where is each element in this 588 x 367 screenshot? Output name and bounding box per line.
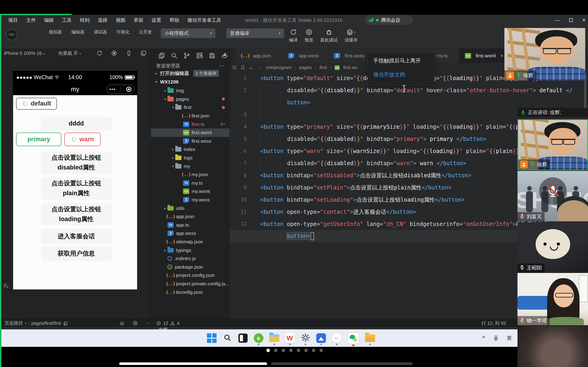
breadcrumb-item-0[interactable]: miniprogram	[266, 65, 292, 70]
menu-item-6[interactable]: 视图	[116, 17, 125, 23]
debug-icon[interactable]	[120, 319, 124, 327]
tree-item-my.wxss[interactable]: 3my.wxss	[151, 196, 229, 204]
outline-menu-icon[interactable]	[232, 65, 237, 70]
tree-item-my.ts[interactable]: TSmy.ts	[151, 179, 229, 187]
tree-item-first.json[interactable]: {..}first.json	[151, 112, 229, 120]
tree-item-first.wxml[interactable]: <>first.wxml	[151, 128, 229, 137]
capsule-menu[interactable]: •••	[106, 84, 134, 94]
breadcrumb-item-1[interactable]: pages	[299, 65, 312, 70]
menu-item-4[interactable]: 转到	[80, 17, 90, 23]
files-icon[interactable]	[158, 52, 165, 59]
ime-indicator[interactable]: 英	[507, 335, 512, 342]
source-control-icon[interactable]	[183, 52, 190, 59]
problems-indicator[interactable]: 12 4	[156, 319, 179, 327]
tray-expand-icon[interactable]: ^	[482, 335, 485, 342]
menu-item-3[interactable]: 工具	[62, 17, 72, 23]
wps-office[interactable]: W	[284, 333, 295, 344]
tree-item-tsconfig.json[interactable]: {..}tsconfig.json	[151, 288, 229, 296]
tree-item-my.wxml[interactable]: <>my.wxml	[151, 187, 229, 196]
mp-button-1[interactable]: dddd	[41, 117, 112, 130]
toolbar-mode-2[interactable]: 调试器	[91, 27, 110, 35]
rotate-device-icon[interactable]	[126, 50, 132, 56]
editor-tab-app.json[interactable]: {..}app.json	[237, 49, 283, 63]
minimize-button[interactable]: —	[555, 17, 560, 23]
tree-item-logs[interactable]: ▸logs	[151, 154, 229, 162]
cursor-position[interactable]: 行 12, 列 93	[481, 319, 506, 327]
video-tile-partial[interactable]	[518, 326, 588, 367]
menu-item-8[interactable]: 设置	[152, 17, 161, 23]
start-button[interactable]	[206, 333, 217, 344]
tree-item-first[interactable]: ▾first	[151, 103, 229, 112]
mode-select[interactable]: 小程序模式▾	[161, 28, 216, 38]
video-tile-刘富芃[interactable]: SHUNG刘富芃	[518, 171, 588, 221]
tree-item-img[interactable]: ▸img	[151, 86, 229, 95]
mp-button-5[interactable]: 点击设置以上按钮plain属性	[41, 177, 112, 200]
tree-item-utils[interactable]: ▸utils	[151, 204, 229, 212]
progress-bar-active[interactable]	[119, 362, 267, 365]
settings[interactable]	[300, 333, 311, 344]
progress-bar-track[interactable]	[271, 362, 413, 365]
menu-item-10[interactable]: 微信开发者工具	[187, 17, 221, 23]
video-tile-物一李瑶[interactable]: 物一李瑶	[518, 273, 588, 325]
mp-button-8[interactable]: 获取用户信息	[41, 246, 112, 261]
browser-360[interactable]: e	[253, 333, 264, 344]
toolbar-mode-1[interactable]: </>编辑器	[69, 27, 87, 35]
wechat[interactable]	[347, 332, 360, 344]
tooltip-doc-link[interactable]: 微信开放文档	[373, 71, 429, 78]
toolbar-action-2[interactable]: 真机调试	[320, 27, 338, 43]
editor-tab-first.wxml[interactable]: <>first.wxml×	[459, 49, 510, 63]
video-tile-王昭阳[interactable]: 王昭阳	[518, 222, 588, 273]
menu-item-9[interactable]: 帮助	[170, 17, 179, 23]
preview-eye-icon[interactable]	[133, 319, 138, 327]
bookmark-icon[interactable]	[240, 65, 245, 70]
save-all-icon[interactable]	[209, 52, 216, 59]
tree-item-app.ts[interactable]: TSapp.ts	[151, 221, 229, 229]
toolbar-mode-0[interactable]: 模拟器	[46, 27, 65, 35]
close-tab-icon[interactable]: ×	[501, 53, 503, 58]
chat-app[interactable]	[331, 333, 342, 344]
toolbar-action-3[interactable]: ▾清缓存	[345, 27, 358, 43]
taskbar-search[interactable]	[222, 333, 233, 344]
toolbar-mode-3[interactable]: 可视化	[113, 27, 132, 35]
editor-tab-app.wxss[interactable]: 3app.wxss	[283, 49, 329, 63]
tray-mic-icon[interactable]	[493, 335, 499, 341]
open-editors-section[interactable]: ▸ 打开的编辑器 1 个未保存	[151, 69, 229, 77]
breadcrumb-item-2[interactable]: first	[320, 65, 327, 70]
meeting-pill[interactable]: 腾讯会议	[365, 15, 413, 25]
page-path-select[interactable]: 页面路径▾ | pages/first/first	[5, 319, 68, 327]
tree-item-project.config.json[interactable]: {..}project.config.json	[151, 271, 229, 280]
screenshot-icon[interactable]	[141, 50, 147, 56]
record-icon[interactable]	[111, 50, 117, 56]
tree-item-package.json[interactable]: jspackage.json	[151, 263, 229, 271]
tree-item-first.ts[interactable]: TSfirst.ts9+	[151, 120, 229, 128]
tree-item-project.private.config.js...[interactable]: {..}project.private.config.js...	[151, 280, 229, 288]
back-arrow-icon[interactable]: ←	[249, 64, 254, 71]
toolbar-action-1[interactable]: 预览	[304, 27, 313, 43]
console-toggle-icon[interactable]	[3, 283, 9, 290]
hot-reload-toggle[interactable]: 热重载 开 ▾	[58, 50, 81, 56]
menu-item-2[interactable]: 编辑	[44, 17, 54, 23]
project-root[interactable]: ▾ WX1206	[151, 77, 229, 86]
docker-icon[interactable]	[221, 52, 228, 59]
compile-select[interactable]: 普通编译▾	[226, 28, 284, 38]
tree-item-pages[interactable]: ▾pages	[151, 95, 229, 103]
menu-item-0[interactable]: 项目	[8, 17, 18, 23]
mp-button-0[interactable]: default	[16, 98, 57, 110]
forward-arrow-icon[interactable]: →	[257, 64, 263, 71]
folder-window[interactable]	[364, 333, 375, 344]
mp-button-4[interactable]: 点击设置以上按钮disabled属性	[41, 152, 112, 174]
more-status-icon[interactable]: ⋯	[146, 319, 151, 327]
video-tile-徐辉[interactable]: 徐辉	[518, 119, 588, 170]
menu-item-1[interactable]: 文件	[26, 17, 36, 23]
close-button[interactable]: ×	[582, 17, 586, 24]
toolbar-action-0[interactable]: 编译	[289, 27, 298, 43]
tree-item-app.json[interactable]: {..}app.json	[151, 212, 229, 221]
mp-button-2[interactable]: primary	[16, 133, 61, 146]
tree-item-sitemap.json[interactable]: {..}sitemap.json	[151, 238, 229, 246]
search-icon[interactable]	[171, 52, 178, 59]
tree-item-index[interactable]: ▸index	[151, 145, 229, 154]
video-tile-徐辉[interactable]: 徐辉	[504, 28, 585, 81]
mp-button-7[interactable]: 进入客服会话	[41, 229, 112, 244]
more-actions-icon[interactable]: ⋯	[219, 63, 225, 69]
tree-item-.eslintrc.js[interactable]: .eslintrc.js	[151, 254, 229, 263]
